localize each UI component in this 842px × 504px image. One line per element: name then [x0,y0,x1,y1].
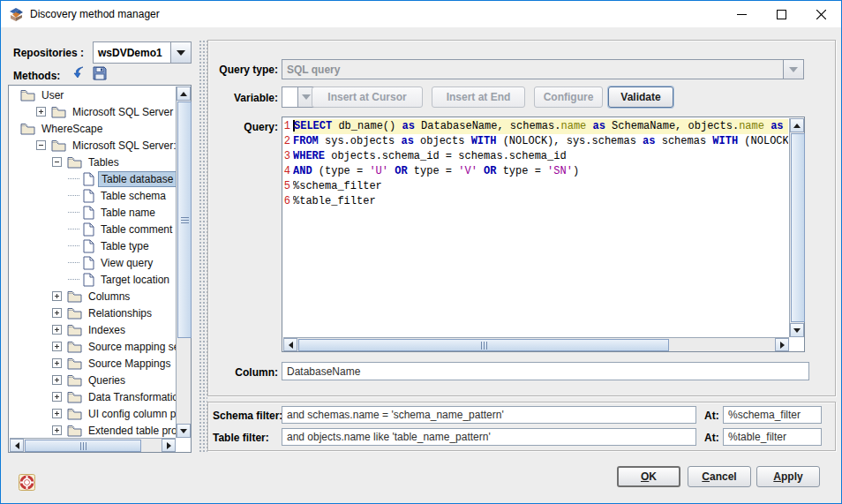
sql-line-text: %table_filter [293,194,788,209]
line-number: 2 [283,134,293,149]
apply-button[interactable]: Apply [756,466,820,487]
help-icon[interactable] [19,474,35,494]
collapse-icon[interactable] [52,157,62,167]
expand-icon[interactable] [36,107,46,117]
schema-filter-field[interactable]: and schemas.name = 'schema_name_pattern' [282,406,696,424]
tree-item[interactable]: User [10,87,176,103]
tree-scroll-up-button[interactable] [177,87,191,101]
editor-scroll-up-button[interactable] [790,118,804,132]
maximize-button[interactable] [762,1,801,27]
tree-item[interactable]: Table type [10,237,176,254]
expand-icon[interactable] [52,291,62,301]
tree-horizontal-scrollbar[interactable] [10,438,176,452]
tree-item-label: UI config column prope [86,407,176,421]
configure-button[interactable]: Configure [534,87,603,108]
query-type-dropdown[interactable]: SQL query [282,59,804,79]
table-filter-at-field[interactable]: %table_filter [723,428,822,446]
folder-icon [51,106,66,118]
column-field[interactable]: DatabaseName [282,362,809,380]
tree-item[interactable]: Tables [10,154,176,170]
tree-item-label: Target location [98,273,172,287]
tree-item-label: Source Mappings [86,357,173,371]
editor-horizontal-scrollbar-thumb[interactable] [298,339,669,351]
expand-icon[interactable] [52,392,62,402]
expand-icon[interactable] [52,342,62,351]
tree-item-label: WhereScape [39,122,105,136]
sql-line: 2FROM sys.objects as objects WITH (NOLOC… [283,134,788,149]
expand-icon[interactable] [52,308,62,318]
methods-tree-panel: UserMicrosoft SQL Server HS: 9WhereScape… [8,85,192,453]
tree-item[interactable]: Source mapping sets [10,338,176,355]
tree-item-label: Source mapping sets [86,340,176,354]
ok-button[interactable]: OK [617,466,680,487]
insert-at-end-button[interactable]: Insert at End [432,87,525,108]
tree-item-label: Extended table propert [86,424,176,438]
tree-horizontal-scrollbar-thumb[interactable] [25,440,141,452]
tree-item[interactable]: Table name [10,204,176,221]
editor-horizontal-scrollbar[interactable] [283,337,789,351]
tree-item[interactable]: Microsoft SQL Server: 9.0 - [10,137,176,154]
tree-item[interactable]: Target location [10,271,176,288]
refresh-icon[interactable] [71,65,86,85]
editor-vertical-scrollbar[interactable] [789,118,804,337]
repositories-dropdown-arrow[interactable] [170,42,191,63]
collapse-icon[interactable] [36,140,46,150]
variable-value [282,87,297,107]
tree-item-label: Table database [98,171,176,187]
editor-scroll-left-button[interactable] [283,338,297,351]
minimize-button[interactable] [722,1,762,27]
tree-vertical-scrollbar[interactable] [176,87,191,438]
tree-item[interactable]: UI config column prope [10,405,176,422]
folder-icon [20,123,35,135]
tree-scroll-left-button[interactable] [10,439,24,452]
tree-item[interactable]: Table comment [10,221,176,237]
validate-button[interactable]: Validate [608,87,673,108]
tree-vertical-scrollbar-thumb[interactable] [177,102,192,338]
folder-icon [20,89,35,102]
repositories-dropdown[interactable]: wsDVDemo1 [93,41,192,64]
editor-scroll-right-button[interactable] [775,338,789,351]
expand-icon[interactable] [52,409,62,418]
tree-connector [68,229,79,229]
insert-at-cursor-button[interactable]: Insert at Cursor [312,87,423,108]
tree-item[interactable]: Indexes [10,321,176,338]
tree-connector [68,279,79,280]
tree-item[interactable]: Columns [10,288,176,305]
tree-item[interactable]: WhereScape [10,120,176,137]
tree-item[interactable]: Table database [10,170,176,187]
tree-item-label: Table type [98,239,152,253]
tree-item[interactable]: Extended table propert [10,422,176,438]
tree-item[interactable]: View query [10,254,176,271]
close-button[interactable] [801,1,841,27]
tree-item[interactable]: Microsoft SQL Server HS: 9 [10,103,176,120]
tree-item[interactable]: Data Transformations [10,388,176,405]
tree-item[interactable]: Relationships [10,305,176,321]
save-icon[interactable] [92,65,108,85]
tree-item-label: Queries [86,373,128,387]
query-editor[interactable]: 1SELECT db_name() as DatabaseName, schem… [282,117,805,352]
variable-dropdown[interactable] [282,87,315,108]
expand-icon[interactable] [52,375,62,385]
sql-line: 1SELECT db_name() as DatabaseName, schem… [283,119,788,134]
tree-item[interactable]: Source Mappings [10,355,176,372]
tree-item[interactable]: Queries [10,372,176,388]
tree-item-label: User [39,88,66,102]
cancel-button[interactable]: Cancel [688,466,751,487]
expand-icon[interactable] [52,325,62,335]
tree-item[interactable]: Table schema [10,187,176,204]
folder-icon [67,156,82,169]
expand-icon[interactable] [52,358,62,368]
editor-scroll-down-button[interactable] [790,323,804,337]
tree-scroll-down-button[interactable] [177,424,191,438]
schema-filter-at-field[interactable]: %schema_filter [723,406,822,424]
document-icon [83,222,94,237]
table-filter-field[interactable]: and objects.name like 'table_name_patter… [282,428,696,446]
tree-scroll-right-button[interactable] [162,439,176,452]
expand-icon[interactable] [52,425,62,435]
sql-line: 6%table_filter [283,194,788,209]
query-editor-code[interactable]: 1SELECT db_name() as DatabaseName, schem… [283,119,788,336]
tree-connector [68,195,79,196]
folder-icon [67,425,82,437]
editor-vertical-scrollbar-thumb[interactable] [791,133,805,322]
tree-connector [68,262,79,263]
